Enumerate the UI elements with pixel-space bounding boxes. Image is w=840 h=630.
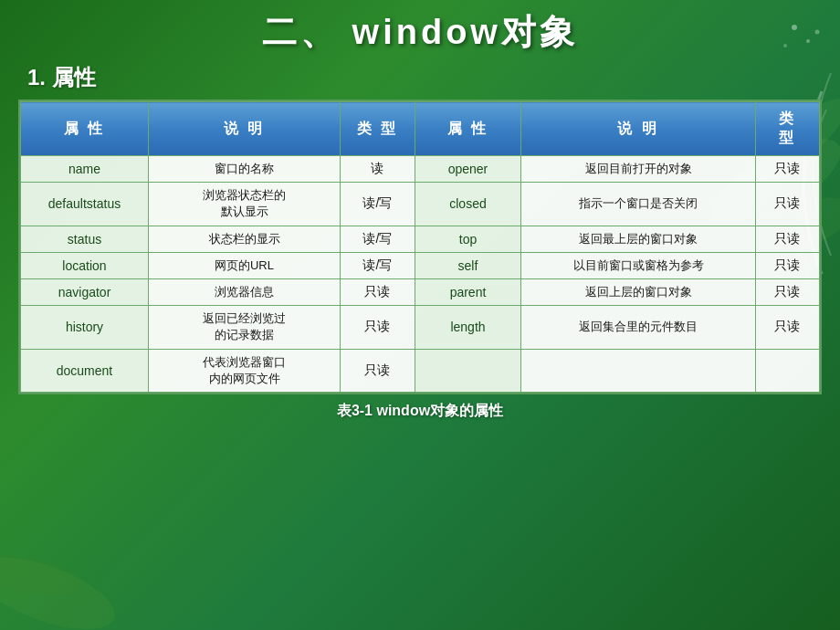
table-cell: 指示一个窗口是否关闭 — [521, 183, 756, 226]
table-cell: self — [415, 252, 521, 278]
table-cell: 代表浏览器窗口内的网页文件 — [149, 349, 341, 392]
svg-point-8 — [0, 548, 85, 603]
table-row: defaultstatus浏览器状态栏的默认显示读/写closed指示一个窗口是… — [21, 183, 820, 226]
page-title: 二、 window对象 — [18, 9, 822, 56]
header-attr2: 属 性 — [415, 102, 521, 156]
table-cell: 网页的URL — [149, 252, 341, 278]
table-cell: defaultstatus — [21, 183, 149, 226]
table-cell: 返回已经浏览过的记录数据 — [149, 306, 341, 349]
table-cell: 状态栏的显示 — [149, 226, 341, 252]
svg-point-7 — [0, 542, 123, 630]
table-cell: 只读 — [341, 278, 415, 305]
table-cell: 读 — [341, 156, 415, 183]
header-type1: 类 型 — [341, 102, 415, 156]
table-cell: opener — [415, 156, 521, 183]
table-cell: 返回最上层的窗口对象 — [521, 226, 756, 252]
attributes-table-wrapper: 属 性 说 明 类 型 属 性 说 明 类型 name窗口的名称读opener返… — [18, 100, 822, 394]
table-row: navigator浏览器信息只读parent返回上层的窗口对象只读 — [21, 278, 820, 305]
table-cell: 浏览器状态栏的默认显示 — [149, 183, 341, 226]
table-cell — [415, 349, 521, 392]
table-row: location网页的URL读/写self以目前窗口或窗格为参考只读 — [21, 252, 820, 278]
table-cell — [521, 349, 756, 392]
header-type2: 类型 — [755, 102, 819, 156]
table-row: document代表浏览器窗口内的网页文件只读 — [21, 349, 820, 392]
table-cell: 读/写 — [341, 252, 415, 278]
section-title: 1. 属性 — [27, 63, 822, 92]
table-row: history返回已经浏览过的记录数据只读length返回集合里的元件数目只读 — [21, 306, 820, 349]
header-desc1: 说 明 — [149, 102, 341, 156]
table-cell: history — [21, 306, 149, 349]
table-cell: 只读 — [341, 349, 415, 392]
table-cell: 只读 — [755, 252, 819, 278]
table-cell: navigator — [21, 278, 149, 305]
table-cell: status — [21, 226, 149, 252]
table-cell: 读/写 — [341, 226, 415, 252]
table-cell: 只读 — [755, 306, 819, 349]
table-cell: 只读 — [341, 306, 415, 349]
table-header-row: 属 性 说 明 类 型 属 性 说 明 类型 — [21, 102, 820, 156]
table-cell: 只读 — [755, 226, 819, 252]
table-caption: 表3-1 window对象的属性 — [18, 402, 822, 421]
header-desc2: 说 明 — [521, 102, 756, 156]
table-cell: 以目前窗口或窗格为参考 — [521, 252, 756, 278]
table-cell: location — [21, 252, 149, 278]
table-cell: 返回集合里的元件数目 — [521, 306, 756, 349]
table-cell: 浏览器信息 — [149, 278, 341, 305]
table-cell: parent — [415, 278, 521, 305]
table-cell: closed — [415, 183, 521, 226]
header-attr1: 属 性 — [21, 102, 149, 156]
table-cell: 只读 — [755, 183, 819, 226]
table-cell: 读/写 — [341, 183, 415, 226]
table-cell: 只读 — [755, 278, 819, 305]
table-cell: length — [415, 306, 521, 349]
table-cell: 返回上层的窗口对象 — [521, 278, 756, 305]
attributes-table: 属 性 说 明 类 型 属 性 说 明 类型 name窗口的名称读opener返… — [20, 101, 820, 393]
page-container: 二、 window对象 1. 属性 属 性 说 明 类 型 属 性 说 明 类型… — [0, 0, 840, 430]
table-row: name窗口的名称读opener返回目前打开的对象只读 — [21, 156, 820, 183]
table-cell: 只读 — [755, 156, 819, 183]
table-cell: top — [415, 226, 521, 252]
table-row: status状态栏的显示读/写top返回最上层的窗口对象只读 — [21, 226, 820, 252]
table-cell: name — [21, 156, 149, 183]
table-cell: 返回目前打开的对象 — [521, 156, 756, 183]
table-cell: document — [21, 349, 149, 392]
table-cell: 窗口的名称 — [149, 156, 341, 183]
table-cell — [755, 349, 819, 392]
